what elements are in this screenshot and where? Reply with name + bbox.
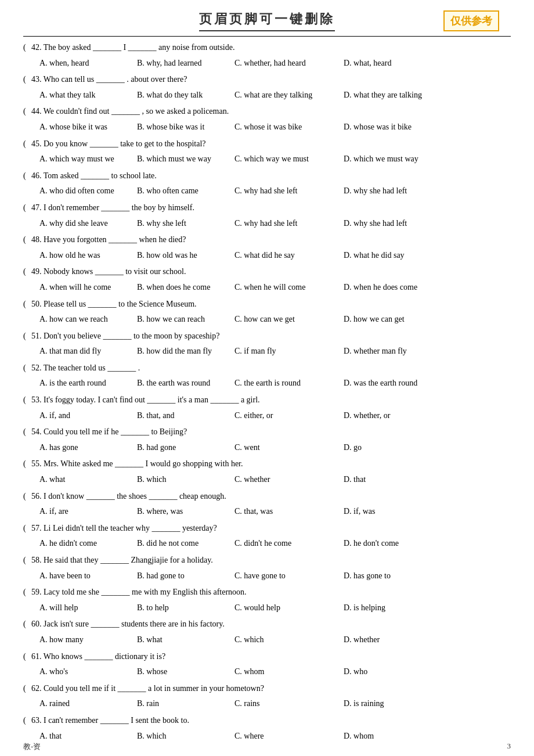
option-b-60: B. what xyxy=(137,632,230,648)
question-line-50: (50. Please tell us _______ to the Scien… xyxy=(23,297,511,312)
option-d-50: D. how we can get xyxy=(344,312,413,327)
option-b-56: B. where, was xyxy=(137,504,230,520)
options-line-48: A. how old he wasB. how old was heC. wha… xyxy=(23,248,511,264)
footer-right: 3 xyxy=(507,741,511,752)
question-block-47: (47. I don't remember _______ the boy by… xyxy=(23,200,511,231)
option-c-53: C. either, or xyxy=(234,408,339,424)
question-paren: ( xyxy=(23,585,31,600)
option-a-62: A. rained xyxy=(39,696,132,712)
option-d-57: D. he don't come xyxy=(344,536,413,552)
options-line-54: A. has goneB. had goneC. wentD. go xyxy=(23,440,511,456)
options-line-45: A. which way must weB. which must we way… xyxy=(23,152,511,167)
question-line-48: (48. Have you forgotten _______ when he … xyxy=(23,232,511,248)
option-a-58: A. have been to xyxy=(39,568,132,584)
option-c-45: C. which way we must xyxy=(234,152,339,167)
option-b-57: B. did he not come xyxy=(137,536,230,552)
option-a-48: A. how old he was xyxy=(39,248,132,264)
page-footer: 教-资 3 xyxy=(23,741,511,752)
option-b-49: B. when does he come xyxy=(137,280,230,296)
question-text: 59. Lacy told me she _______ me with my … xyxy=(31,585,511,600)
option-a-60: A. how many xyxy=(39,632,132,648)
question-text: 56. I don't know _______ the shoes _____… xyxy=(31,489,511,505)
question-paren: ( xyxy=(23,232,31,248)
option-b-42: B. why, had learned xyxy=(137,56,230,71)
question-paren: ( xyxy=(23,136,31,152)
options-line-50: A. how can we reachB. how we can reachC.… xyxy=(23,312,511,327)
option-c-56: C. that, was xyxy=(234,504,339,520)
question-block-60: (60. Jack isn't sure _______ students th… xyxy=(23,617,511,647)
question-block-53: (53. It's foggy today. I can't find out … xyxy=(23,393,511,423)
question-block-42: (42. The boy asked _______ I _______ any… xyxy=(23,40,511,71)
option-c-51: C. if man fly xyxy=(234,344,339,359)
question-text: 58. He said that they _______ Zhangjiaji… xyxy=(31,553,511,568)
option-d-49: D. when he does come xyxy=(344,280,417,296)
options-line-56: A. if, areB. where, wasC. that, wasD. if… xyxy=(23,504,511,520)
option-d-59: D. is helping xyxy=(344,600,413,616)
option-c-55: C. whether xyxy=(234,472,339,488)
question-line-53: (53. It's foggy today. I can't find out … xyxy=(23,393,511,408)
question-line-63: (63. I can't remember _______ I sent the… xyxy=(23,713,511,729)
option-b-47: B. why she left xyxy=(137,216,230,232)
question-line-43: (43. Who can tell us _______ . about ove… xyxy=(23,72,511,88)
option-b-45: B. which must we way xyxy=(137,152,230,167)
question-block-43: (43. Who can tell us _______ . about ove… xyxy=(23,72,511,103)
options-line-62: A. rainedB. rainC. rainsD. is raining xyxy=(23,696,511,712)
option-b-46: B. who often came xyxy=(137,183,230,199)
option-a-51: A. that man did fly xyxy=(39,344,132,359)
options-line-46: A. who did often comeB. who often cameC.… xyxy=(23,183,511,199)
question-block-52: (52. The teacher told us _______ .A. is … xyxy=(23,361,511,391)
question-block-62: (62. Could you tell me if it _______ a l… xyxy=(23,681,511,712)
question-line-62: (62. Could you tell me if it _______ a l… xyxy=(23,681,511,697)
option-d-58: D. has gone to xyxy=(344,568,413,584)
option-b-44: B. whose bike was it xyxy=(137,120,230,135)
question-block-55: (55. Mrs. White asked me _______ I would… xyxy=(23,456,511,487)
question-paren: ( xyxy=(23,104,31,120)
question-text: 47. I don't remember _______ the boy by … xyxy=(31,200,511,216)
question-block-59: (59. Lacy told me she _______ me with my… xyxy=(23,585,511,615)
question-text: 57. Li Lei didn't tell the teacher why _… xyxy=(31,521,511,537)
question-paren: ( xyxy=(23,424,31,440)
option-d-51: D. whether man fly xyxy=(344,344,413,359)
options-line-53: A. if, andB. that, andC. either, orD. wh… xyxy=(23,408,511,424)
option-a-61: A. who's xyxy=(39,664,132,680)
question-paren: ( xyxy=(23,649,31,665)
option-a-47: A. why did she leave xyxy=(39,216,132,232)
question-line-51: (51. Don't you believe _______ to the mo… xyxy=(23,329,511,344)
question-paren: ( xyxy=(23,168,31,184)
option-b-55: B. which xyxy=(137,472,230,488)
question-paren: ( xyxy=(23,489,31,505)
question-block-54: (54. Could you tell me if he _______ to … xyxy=(23,424,511,455)
option-c-48: C. what did he say xyxy=(234,248,339,264)
page-header: 页眉页脚可一键删除 仅供参考 xyxy=(0,0,534,36)
option-c-59: C. would help xyxy=(234,600,339,616)
question-text: 42. The boy asked _______ I _______ any … xyxy=(31,40,511,56)
option-d-55: D. that xyxy=(344,472,413,488)
question-text: 60. Jack isn't sure _______ students the… xyxy=(31,617,511,632)
option-a-54: A. has gone xyxy=(39,440,132,456)
option-c-57: C. didn't he come xyxy=(234,536,339,552)
options-line-55: A. whatB. whichC. whetherD. that xyxy=(23,472,511,488)
header-badge: 仅供参考 xyxy=(443,10,499,31)
option-c-52: C. the earth is round xyxy=(234,376,339,391)
question-text: 48. Have you forgotten _______ when he d… xyxy=(31,232,511,248)
option-b-61: B. whose xyxy=(137,664,230,680)
option-b-58: B. had gone to xyxy=(137,568,230,584)
question-text: 62. Could you tell me if it _______ a lo… xyxy=(31,681,511,697)
question-paren: ( xyxy=(23,521,31,537)
option-a-57: A. he didn't come xyxy=(39,536,132,552)
option-c-44: C. whose it was bike xyxy=(234,120,339,135)
option-d-45: D. which we must way xyxy=(344,152,418,167)
option-a-49: A. when will he come xyxy=(39,280,132,296)
options-line-61: A. who'sB. whoseC. whomD. who xyxy=(23,664,511,680)
question-block-58: (58. He said that they _______ Zhangjiaj… xyxy=(23,553,511,584)
option-a-45: A. which way must we xyxy=(39,152,132,167)
question-line-46: (46. Tom asked _______ to school late. xyxy=(23,168,511,184)
option-b-43: B. what do they talk xyxy=(137,88,230,103)
question-paren: ( xyxy=(23,713,31,729)
question-line-47: (47. I don't remember _______ the boy by… xyxy=(23,200,511,216)
question-line-56: (56. I don't know _______ the shoes ____… xyxy=(23,489,511,505)
option-c-61: C. whom xyxy=(234,664,339,680)
question-paren: ( xyxy=(23,553,31,568)
question-paren: ( xyxy=(23,40,31,56)
question-paren: ( xyxy=(23,361,31,376)
